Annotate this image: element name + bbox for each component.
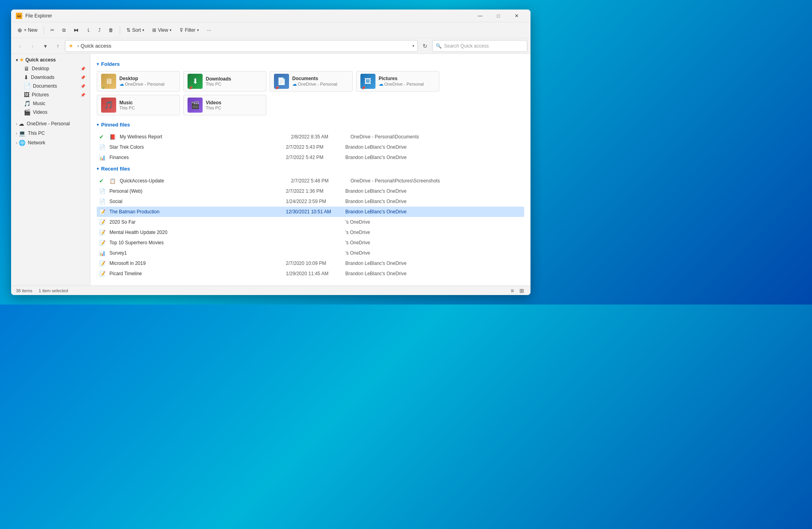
recent-file-personal[interactable]: 📄 Personal (Web) 2/7/2022 1:36 PM Brando… — [97, 186, 524, 196]
folder-card-downloads[interactable]: ⬇ Downloads This PC 📌 — [183, 71, 266, 92]
recent-file-picard[interactable]: 📝 Picard Timeline 1/29/2020 11:45 AM Bra… — [97, 268, 524, 279]
sidebar-onedrive[interactable]: › ☁ OneDrive - Personal — [13, 119, 88, 128]
sidebar-item-desktop[interactable]: 🖥 Desktop 📌 — [13, 64, 88, 73]
file-name-wellness: My Wellness Report — [120, 134, 291, 140]
minimize-button[interactable]: — — [471, 10, 489, 22]
network-expand-icon: › — [16, 141, 17, 145]
sidebar-item-pictures[interactable]: 🖼 Pictures 📌 — [13, 90, 88, 99]
filter-button[interactable]: ⊽ Filter ▾ — [176, 24, 202, 36]
refresh-button[interactable]: ↻ — [419, 40, 431, 52]
quick-access-group[interactable]: ▾ ★ Quick access — [13, 56, 88, 64]
folders-chevron-icon: ▾ — [97, 62, 99, 66]
search-box[interactable]: 🔍 Search Quick access — [432, 40, 527, 52]
folder-card-videos[interactable]: 🎬 Videos This PC — [183, 95, 266, 115]
recent-file-survey[interactable]: 📊 Survey1 's OneDrive — [97, 248, 524, 258]
downloads-folder-icon: ⬇ — [192, 77, 198, 86]
folder-card-pictures[interactable]: 🖼 Pictures ☁OneDrive - Personal 📌 — [356, 71, 439, 92]
videos-thumb: 🎬 — [188, 98, 203, 113]
file-name-2020sofar: 2020 So Far — [109, 219, 286, 225]
sidebar-videos-label: Videos — [33, 109, 47, 115]
recent-file-2020sofar[interactable]: 📝 2020 So Far 's OneDrive — [97, 217, 524, 227]
sync-badge-desktop: ✓ — [102, 86, 105, 90]
share-button[interactable]: ⤴ — [95, 24, 104, 36]
sidebar-network[interactable]: › 🌐 Network — [13, 138, 88, 148]
pin-badge-downloads: 📌 — [188, 86, 193, 90]
cut-button[interactable]: ✂ — [47, 24, 57, 36]
folder-name-documents: Documents — [292, 76, 349, 81]
pictures-folder-icon: 🖼 — [364, 77, 372, 86]
address-bar: ‹ › ▾ ↑ ★ › Quick access ▾ ↻ 🔍 Search Qu… — [11, 38, 530, 54]
rename-icon: ⤹ — [86, 27, 90, 33]
file-location-social: Brandon LeBlanc's OneDrive — [345, 199, 522, 204]
folders-section-header[interactable]: ▾ Folders — [97, 61, 524, 67]
grid-view-button[interactable]: ⊞ — [518, 287, 526, 295]
pinned-file-wellness[interactable]: ✔ 📕 My Wellness Report 2/8/2022 8:35 AM … — [97, 132, 524, 142]
search-placeholder: Search Quick access — [444, 43, 489, 49]
folder-card-desktop[interactable]: 🖥 Desktop ☁OneDrive - Personal ✓ — [97, 71, 180, 92]
sidebar-downloads-label: Downloads — [31, 75, 54, 80]
view-button[interactable]: ⊞ View ▾ — [149, 24, 175, 36]
onedrive-label: OneDrive - Personal — [27, 121, 70, 126]
file-location-mentalhealth: 's OneDrive — [345, 230, 522, 235]
file-date-social: 1/24/2022 3:59 PM — [286, 199, 345, 204]
folder-info-documents: Documents ☁OneDrive - Personal — [292, 76, 349, 87]
folder-sub-pictures: ☁OneDrive - Personal — [379, 81, 435, 87]
sidebar-item-documents[interactable]: 📄 Documents 📌 — [13, 82, 88, 90]
view-icon: ⊞ — [152, 27, 156, 33]
pinned-file-startrek[interactable]: 📄 Star Trek Colors 2/7/2022 5:43 PM Bran… — [97, 142, 524, 152]
recent-file-batman[interactable]: 📝 The Batman Production 12/30/2021 10:51… — [97, 207, 524, 217]
recent-file-mentalhealth[interactable]: 📝 Mental Health Update 2020 's OneDrive — [97, 227, 524, 238]
folder-sub-music: This PC — [119, 105, 176, 110]
sidebar-item-downloads[interactable]: ⬇ Downloads 📌 — [13, 73, 88, 82]
folder-card-documents[interactable]: 📄 Documents ☁OneDrive - Personal 📌 — [270, 71, 353, 92]
file-name-microsoft2019: Microsoft in 2019 — [109, 261, 286, 266]
pinned-chevron-icon: ▾ — [97, 123, 99, 127]
address-path[interactable]: ★ › Quick access ▾ — [65, 40, 418, 52]
new-button[interactable]: ⊕ + New — [14, 24, 40, 36]
recent-locations-button[interactable]: ▾ — [40, 40, 51, 52]
toolbar-separator-2 — [120, 26, 120, 34]
close-button[interactable]: ✕ — [508, 10, 526, 22]
recent-section-header[interactable]: ▾ Recent files — [97, 166, 524, 172]
file-icon: 📄 — [99, 188, 107, 194]
file-name-finances: Finances — [109, 155, 286, 160]
maximize-button[interactable]: □ — [489, 10, 508, 22]
ppt-icon: 📄 — [99, 144, 107, 150]
file-name-quickaccess: QuickAccess-Update — [120, 178, 291, 184]
delete-button[interactable]: 🗑 — [105, 24, 117, 36]
title-bar: 🗂 File Explorer — □ ✕ — [11, 10, 530, 22]
pinned-section-label: Pinned files — [101, 122, 130, 128]
quick-access-star-icon: ★ — [19, 57, 24, 63]
file-area: ▾ Folders 🖥 Desktop ☁OneDrive - Personal — [90, 54, 530, 286]
forward-button[interactable]: › — [27, 40, 38, 52]
sidebar-thispc[interactable]: › 💻 This PC — [13, 128, 88, 138]
documents-icon: 📄 — [24, 83, 31, 89]
recent-file-microsoft2019[interactable]: 📝 Microsoft in 2019 2/7/2020 10:09 PM Br… — [97, 258, 524, 268]
sidebar-item-videos[interactable]: 🎬 Videos — [13, 108, 88, 117]
copy-button[interactable]: ⧉ — [59, 24, 69, 36]
rename-button[interactable]: ⤹ — [83, 24, 94, 36]
recent-section-label: Recent files — [101, 166, 130, 172]
recent-file-superhero[interactable]: 📝 Top 10 Superhero Movies 's OneDrive — [97, 238, 524, 248]
recent-file-quickaccess[interactable]: ✔ 📋 QuickAccess-Update 2/7/2022 5:48 PM … — [97, 176, 524, 186]
file-location-superhero: 's OneDrive — [345, 240, 522, 245]
file-date-quickaccess: 2/7/2022 5:48 PM — [291, 178, 350, 184]
paste-button[interactable]: ⧓ — [71, 24, 82, 36]
folder-card-music[interactable]: 🎵 Music This PC — [97, 95, 180, 115]
thispc-icon: 💻 — [19, 130, 25, 136]
pinned-file-finances[interactable]: 📊 Finances 2/7/2022 5:42 PM Brandon LeBl… — [97, 152, 524, 163]
list-view-button[interactable]: ≡ — [508, 287, 516, 295]
more-button[interactable]: ··· — [204, 24, 214, 36]
file-date-batman: 12/30/2021 10:51 AM — [286, 209, 345, 215]
pinned-section-header[interactable]: ▾ Pinned files — [97, 122, 524, 128]
music-icon: 🎵 — [24, 100, 31, 107]
back-button[interactable]: ‹ — [14, 40, 25, 52]
folder-info-downloads: Downloads This PC — [206, 76, 262, 86]
thispc-expand-icon: › — [16, 131, 17, 136]
videos-folder-icon: 🎬 — [191, 101, 199, 109]
sort-button[interactable]: ⇅ Sort ▾ — [123, 24, 147, 36]
up-button[interactable]: ↑ — [52, 40, 63, 52]
recent-file-social[interactable]: 📄 Social 1/24/2022 3:59 PM Brandon LeBla… — [97, 196, 524, 207]
network-label: Network — [28, 140, 45, 146]
sidebar-item-music[interactable]: 🎵 Music — [13, 99, 88, 108]
